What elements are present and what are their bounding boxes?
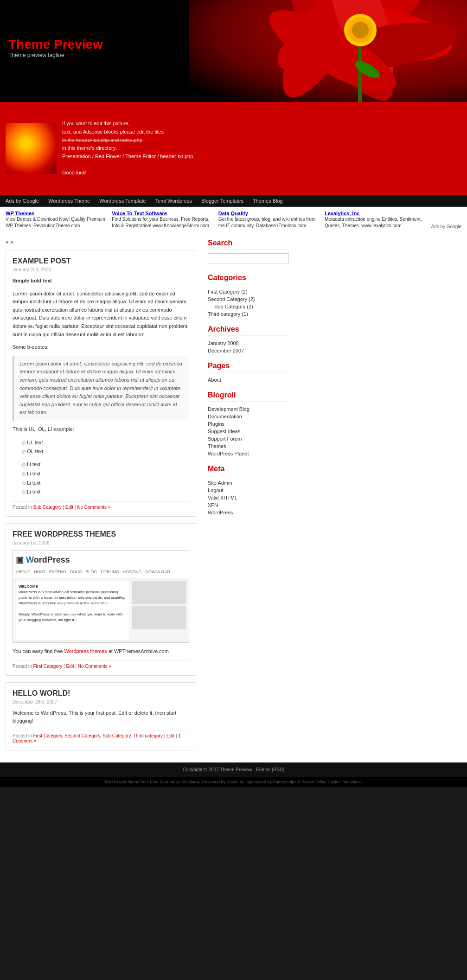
sidebar-meta: Meta Site Admin Logout Valid XHTML XFN W… [208, 465, 289, 516]
google-ads-strip: WP Themes View Demos & Download Now! Qua… [0, 207, 467, 233]
wp-nav-blog: BLOG [86, 569, 97, 575]
post-wp-themes-link[interactable]: Wordpress themes [64, 648, 107, 654]
post-date-1: January 2nd, 2008 [13, 267, 189, 272]
post-footer-3-cat1[interactable]: First Category [33, 733, 62, 738]
blogroll-docs[interactable]: Documentation [208, 413, 289, 420]
svg-point-9 [352, 22, 369, 38]
blogroll-plugins[interactable]: Plugins [208, 420, 289, 428]
post-footer-edit-link[interactable]: Edit [65, 505, 73, 510]
blogroll-wp-planet[interactable]: WordPress Planet [208, 450, 289, 457]
sidebar-archives-title: Archives [208, 325, 289, 336]
post-footer-3-cat3[interactable]: Sub Category [102, 733, 130, 738]
post-wp-themes: FREE WORDPRESS THEMES January 1st, 2008 … [6, 523, 196, 676]
footer-copyright: Copyright © 2007 Theme Preview · Entries… [183, 767, 285, 772]
li-item-4: Li text [22, 487, 189, 497]
wp-nav-about: ABOUT [16, 569, 30, 575]
blogroll-suggest[interactable]: Suggest Ideas [208, 428, 289, 435]
nav-link-1[interactable]: Wordpress Theme [48, 198, 90, 204]
blogroll-support[interactable]: Support Forum [208, 435, 289, 442]
blogroll-themes[interactable]: Themes [208, 442, 289, 450]
meta-xhtml[interactable]: Valid XHTML [208, 494, 289, 501]
nav-link-5[interactable]: Themes Blog [253, 198, 283, 204]
post-date-3: December 26th, 2007 [13, 699, 189, 705]
post-title-1: EXAMPLE POST [13, 257, 189, 265]
post-footer-3: Posted in First Category, Second Categor… [13, 730, 189, 743]
wp-nav-mock: ABOUT HOST EXTEND DOCS BLOG FORUMS HOSTI… [16, 569, 186, 575]
ad-line6: Good luck! [62, 169, 193, 177]
wp-logo: ▣ WordPress [16, 553, 186, 567]
ads-by-google-label: Ads by Google [431, 224, 461, 229]
wp-side-mock [132, 581, 186, 640]
post-footer-2-cat[interactable]: First Category [33, 664, 62, 669]
footer-credit: Red Flower theme from Free Wordpress Tem… [0, 777, 467, 787]
wp-screenshot: ▣ WordPress ABOUT HOST EXTEND DOCS BLOG … [13, 550, 189, 643]
ad-line1: If you want to edit this picture, [62, 120, 193, 128]
post-footer-2-comments[interactable]: No Comments » [78, 664, 111, 669]
sidebar-pages: Pages About [208, 362, 289, 384]
ul-list: UL text OL text [22, 438, 189, 457]
nav-link-3[interactable]: Temi Wordpress [155, 198, 192, 204]
sidebar: Search Categories First Category (2) Sec… [202, 233, 294, 762]
nav-link-2[interactable]: Wordpress Template [99, 198, 146, 204]
google-ad-3-title[interactable]: Data Quality [218, 211, 320, 216]
footer: Copyright © 2007 Theme Preview · Entries… [0, 762, 467, 777]
meta-logout[interactable]: Logout [208, 487, 289, 494]
sidebar-archives: Archives January 2008 December 2007 [208, 325, 289, 354]
nav-arrows[interactable]: « » [6, 239, 196, 245]
site-header: Theme Preview Theme preview tagline [0, 0, 467, 102]
meta-xfn[interactable]: XFN [208, 501, 289, 509]
bquote-label: Some b-quotes: [13, 343, 189, 352]
wp-screenshot-header: ▣ WordPress ABOUT HOST EXTEND DOCS BLOG … [13, 551, 189, 578]
sidebar-search: Search [208, 239, 289, 266]
sidebar-pages-title: Pages [208, 362, 289, 372]
wp-content-mock: WELCOME WordPress is a state-of-the-art … [13, 578, 189, 642]
cat-second[interactable]: Second Category (2) [208, 295, 289, 303]
flower-illustration [166, 0, 467, 102]
google-ad-3-desc: Get the latest group, blog, and wiki ent… [218, 216, 320, 229]
google-ad-1: WP Themes View Demos & Download Now! Qua… [6, 211, 107, 229]
post-body-2: ▣ WordPress ABOUT HOST EXTEND DOCS BLOG … [13, 550, 189, 656]
li-item-3: Li text [22, 479, 189, 488]
post-footer-cat-link[interactable]: Sub Category [33, 505, 61, 510]
post-footer-2-edit[interactable]: Edit [66, 664, 74, 669]
site-tagline: Theme preview tagline [8, 52, 103, 58]
sidebar-blogroll-title: Blogroll [208, 391, 289, 402]
google-ad-4: Lexalytics, Inc Metadata extraction engi… [325, 211, 426, 229]
google-ad-4-title[interactable]: Lexalytics, Inc [325, 211, 426, 216]
wp-welcome-label: WELCOME [19, 584, 38, 589]
cat-first[interactable]: First Category (2) [208, 288, 289, 295]
post-example: EXAMPLE POST January 2nd, 2008 Simple bo… [6, 250, 196, 517]
search-input[interactable] [208, 253, 289, 263]
wp-nav-download: DOWNLOAD [146, 569, 170, 575]
meta-wp[interactable]: WordPress [208, 509, 289, 516]
wp-nav-plugins: HOSTING [123, 569, 142, 575]
archive-dec-2007[interactable]: December 2007 [208, 347, 289, 354]
li-item-1: Li text [22, 460, 189, 469]
wp-side-block-2 [132, 606, 186, 629]
archive-jan-2008[interactable]: January 2008 [208, 339, 289, 347]
google-ad-1-title[interactable]: WP Themes [6, 211, 107, 216]
post-footer-3-cat4[interactable]: Third category [133, 733, 163, 738]
cat-third[interactable]: Third category (1) [208, 310, 289, 318]
sidebar-categories-title: Categories [208, 274, 289, 284]
google-ad-4-desc: Metadata extraction engine Entities, Sen… [325, 216, 426, 229]
cat-sub[interactable]: Sub Category (2) [208, 303, 289, 310]
main-wrapper: « » EXAMPLE POST January 2nd, 2008 Simpl… [0, 233, 467, 762]
site-title: Theme Preview [8, 37, 103, 52]
meta-site-admin[interactable]: Site Admin [208, 479, 289, 487]
archives-list: January 2008 December 2007 [208, 339, 289, 354]
page-about[interactable]: About [208, 376, 289, 384]
pages-list: About [208, 376, 289, 384]
post-hello-world: HELLO WORLD! December 26th, 2007 Welcome… [6, 682, 196, 750]
google-ad-2-title[interactable]: Voice To Text Software [112, 211, 213, 216]
ad-line5: Presentation / Red Flower / Theme Editor… [62, 153, 193, 161]
list-label: This is UL, OL, LI example: [13, 425, 189, 434]
post-title-2: FREE WORDPRESS THEMES [13, 530, 189, 538]
post-footer-comments-link[interactable]: No Comments » [77, 505, 110, 510]
post-footer-3-edit[interactable]: Edit [166, 733, 174, 738]
nav-link-4[interactable]: Blogger Templates [201, 198, 243, 204]
blogroll-dev[interactable]: Development Blog [208, 405, 289, 413]
post-footer-3-cat2[interactable]: Second Category [64, 733, 100, 738]
nav-link-0[interactable]: Ads by Google [6, 198, 39, 204]
wp-nav-extend: EXTEND [49, 569, 66, 575]
